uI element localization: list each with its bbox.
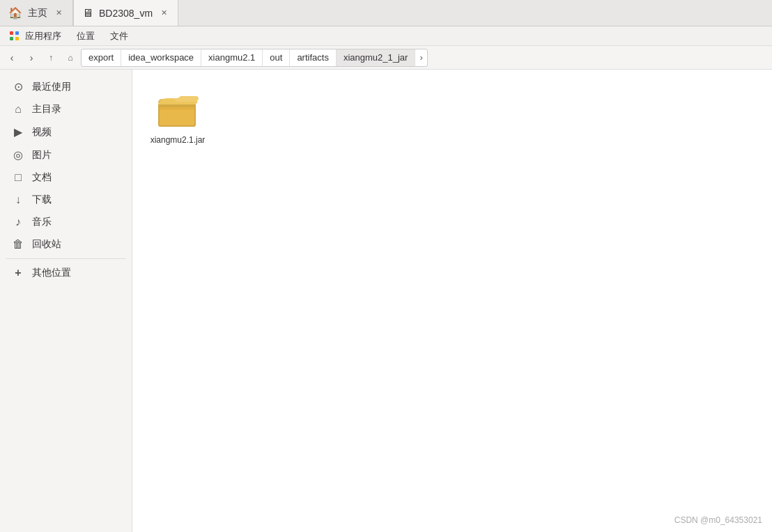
breadcrumb-out[interactable]: out	[263, 49, 290, 66]
breadcrumb-idea-workspace[interactable]: idea_workspace	[121, 49, 201, 66]
sidebar-label-video: 视频	[32, 126, 52, 139]
sidebar-divider	[6, 258, 126, 259]
sidebar-item-document[interactable]: □ 文档	[0, 166, 132, 189]
video-icon: ▶	[11, 125, 25, 139]
sidebar-label-other: 其他位置	[32, 267, 71, 279]
document-icon: □	[11, 171, 25, 184]
sidebar-label-picture: 图片	[32, 149, 52, 162]
file-grid: xiangmu2.1.jar	[146, 84, 758, 150]
active-tab-label: BD2308_vm	[99, 8, 153, 19]
music-icon: ♪	[11, 216, 25, 228]
sidebar: ⊙ 最近使用 ⌂ 主目录 ▶ 视频 ◎ 图片 □ 文档 ↓ 下载 ♪ 音乐 🗑	[0, 70, 132, 532]
menu-bar: 应用程序 位置 文件	[0, 26, 772, 46]
picture-icon: ◎	[11, 148, 25, 162]
file-item-jar[interactable]: xiangmu2.1.jar	[146, 84, 209, 150]
active-tab-close[interactable]: ✕	[158, 8, 169, 19]
home-tab-close[interactable]: ✕	[53, 8, 64, 19]
menu-file[interactable]: 文件	[103, 29, 135, 44]
trash-icon: 🗑	[11, 238, 25, 251]
file-label-jar: xiangmu2.1.jar	[150, 135, 206, 145]
watermark: CSDN @m0_64353021	[674, 515, 762, 525]
content-area: xiangmu2.1.jar CSDN @m0_64353021	[132, 70, 772, 532]
sidebar-label-recent: 最近使用	[32, 81, 71, 93]
tab-home[interactable]: 🏠 主页 ✕	[0, 0, 73, 26]
active-tab-icon: 🖥	[82, 7, 93, 19]
sidebar-label-home: 主目录	[32, 103, 61, 116]
menu-apps[interactable]: 应用程序	[3, 29, 68, 44]
breadcrumb-jar[interactable]: xiangmu2_1_jar	[337, 49, 416, 66]
sidebar-label-document: 文档	[32, 171, 52, 184]
breadcrumb-more[interactable]: ›	[415, 50, 426, 65]
main-layout: ⊙ 最近使用 ⌂ 主目录 ▶ 视频 ◎ 图片 □ 文档 ↓ 下载 ♪ 音乐 🗑	[0, 70, 772, 532]
sidebar-item-home[interactable]: ⌂ 主目录	[0, 98, 132, 120]
up-button[interactable]: ↑	[42, 49, 60, 67]
home-tab-label: 主页	[28, 7, 47, 19]
home-location-button[interactable]: ⌂	[61, 49, 79, 67]
sidebar-item-music[interactable]: ♪ 音乐	[0, 211, 132, 233]
tab-active[interactable]: 🖥 BD2308_vm ✕	[73, 0, 178, 26]
jar-folder-icon	[157, 89, 199, 131]
sidebar-label-trash: 回收站	[32, 238, 61, 251]
apps-icon	[10, 31, 20, 41]
back-button[interactable]: ‹	[3, 49, 21, 67]
sidebar-label-music: 音乐	[32, 216, 52, 228]
recent-icon: ⊙	[11, 80, 25, 93]
sidebar-label-download: 下载	[32, 194, 52, 206]
forward-button[interactable]: ›	[22, 49, 40, 67]
breadcrumb-export[interactable]: export	[82, 49, 121, 66]
breadcrumb-artifacts[interactable]: artifacts	[290, 49, 337, 66]
download-icon: ↓	[11, 194, 25, 206]
breadcrumb: export idea_workspace xiangmu2.1 out art…	[81, 49, 428, 67]
title-bar: 🏠 主页 ✕ 🖥 BD2308_vm ✕	[0, 0, 772, 26]
sidebar-item-other[interactable]: + 其他位置	[0, 262, 132, 284]
other-icon: +	[11, 267, 25, 279]
sidebar-item-recent[interactable]: ⊙ 最近使用	[0, 75, 132, 98]
menu-location[interactable]: 位置	[70, 29, 102, 44]
breadcrumb-xiangmu[interactable]: xiangmu2.1	[201, 49, 263, 66]
sidebar-item-download[interactable]: ↓ 下载	[0, 189, 132, 211]
home-sidebar-icon: ⌂	[11, 103, 25, 116]
sidebar-item-trash[interactable]: 🗑 回收站	[0, 233, 132, 256]
sidebar-item-video[interactable]: ▶ 视频	[0, 120, 132, 143]
sidebar-item-picture[interactable]: ◎ 图片	[0, 143, 132, 166]
home-tab-icon: 🏠	[8, 6, 22, 19]
toolbar: ‹ › ↑ ⌂ export idea_workspace xiangmu2.1…	[0, 46, 772, 70]
svg-rect-2	[160, 107, 194, 110]
